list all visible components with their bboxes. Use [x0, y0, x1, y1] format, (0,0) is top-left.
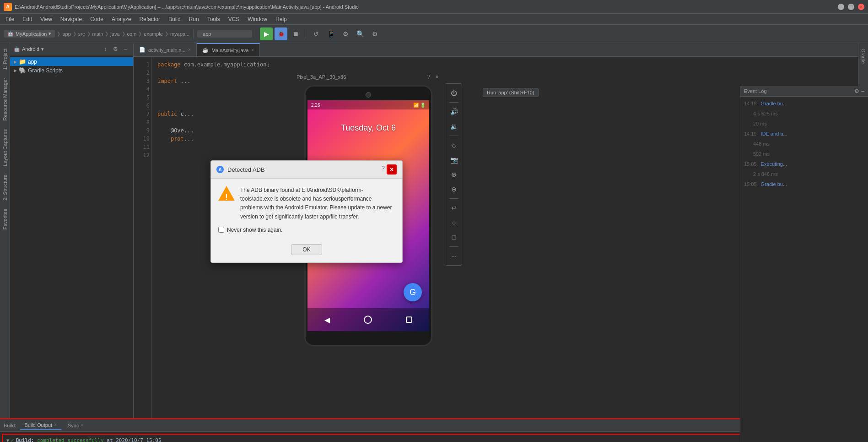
google-assistant-fab[interactable]: G: [404, 283, 422, 301]
sidebar-item-project[interactable]: 1: Project: [1, 45, 9, 73]
maximize-button[interactable]: □: [848, 4, 854, 10]
tab-close-main-activity[interactable]: ×: [251, 48, 254, 53]
sidebar-item-layout-captures[interactable]: Layout Captures: [1, 126, 9, 170]
phone-recent-btn[interactable]: [406, 316, 412, 323]
tab-main-activity[interactable]: ☕ MainActivity.java ×: [197, 43, 260, 56]
run-button[interactable]: ▶: [260, 27, 273, 40]
project-dropdown-icon[interactable]: ▾: [41, 46, 44, 52]
sidebar-item-resource-manager[interactable]: Resource Manager: [1, 74, 9, 125]
bottom-panel: Build: Build Output × Sync × ⚙ – ▼ ✓ Bui…: [0, 418, 868, 442]
phone-status-bar: 2:26 📶 🔋: [307, 100, 429, 109]
volume-up-button[interactable]: 🔊: [448, 106, 459, 117]
phone-back-btn[interactable]: ◀: [324, 316, 330, 324]
project-panel-header: 🤖 Android ▾ ↕ ⚙ –: [10, 43, 133, 55]
menu-build[interactable]: Build: [165, 15, 184, 23]
menu-run[interactable]: Run: [185, 15, 203, 23]
emulator-title: Pixel_3a_API_30_x86: [297, 74, 346, 80]
app-config-selector[interactable]: app: [197, 30, 252, 38]
tree-item-app[interactable]: ▶ 📁 app: [10, 57, 133, 66]
stop-button[interactable]: ⏹: [289, 27, 302, 40]
event-log-item-3: 15:05 Executing...: [742, 159, 866, 169]
rotate-button[interactable]: ◇: [448, 140, 459, 151]
menu-file[interactable]: File: [2, 15, 18, 23]
never-show-checkbox[interactable]: [218, 227, 224, 233]
emulator-more-btn[interactable]: ···: [448, 251, 459, 262]
phone-date: Tuesday, Oct 6: [317, 123, 420, 133]
project-sync-btn[interactable]: ↕: [101, 45, 109, 53]
menu-analyze[interactable]: Analyze: [108, 15, 135, 23]
tab-activity-main[interactable]: 📄 activity_main.x... ×: [134, 43, 197, 56]
close-sync-btn[interactable]: ×: [81, 423, 83, 428]
tree-item-gradle-scripts[interactable]: ▶ 🐘 Gradle Scripts: [10, 66, 133, 75]
screenshot-button[interactable]: 📷: [448, 154, 459, 165]
toolbar: 🤖 MyApplication ▾ ❯ app ❯ src ❯ main ❯ j…: [0, 25, 868, 43]
menu-navigate[interactable]: Navigate: [57, 15, 86, 23]
sync-button[interactable]: ↺: [310, 27, 323, 40]
project-panel: 🤖 Android ▾ ↕ ⚙ – ▶ 📁 app ▶ 🐘 Gradle Scr…: [10, 43, 134, 418]
project-settings-btn[interactable]: ⚙: [111, 45, 119, 53]
event-log-settings[interactable]: ⚙: [854, 88, 859, 94]
project-collapse-btn[interactable]: –: [121, 45, 129, 53]
code-line-3: import ...: [157, 77, 863, 85]
emulator-title-bar: Pixel_3a_API_30_x86 ? ×: [293, 71, 444, 83]
power-button[interactable]: ⏻: [448, 87, 459, 98]
phone-home-btn[interactable]: [364, 316, 372, 324]
build-output-label: Build Output: [25, 422, 53, 428]
close-button[interactable]: ×: [858, 4, 864, 10]
project-view-label: Android: [22, 46, 39, 52]
menu-view[interactable]: View: [37, 15, 56, 23]
dialog-title: Detected ADB: [227, 166, 265, 173]
avd-manager-button[interactable]: 📱: [324, 27, 337, 40]
emulator-back-btn[interactable]: ↩: [448, 202, 459, 213]
dialog-close-button[interactable]: ×: [387, 164, 397, 175]
breadcrumb-sep7: ❯: [165, 31, 168, 36]
breadcrumb-sep5: ❯: [122, 31, 125, 36]
event-log-title: Event Log: [744, 88, 767, 94]
menu-vcs[interactable]: VCS: [225, 15, 243, 23]
sdk-manager-button[interactable]: ⚙: [339, 27, 352, 40]
phone-content: Tuesday, Oct 6: [307, 109, 429, 147]
sidebar-item-structure[interactable]: 2: Structure: [1, 171, 9, 204]
emulator-close-btn[interactable]: ×: [434, 74, 440, 80]
event-log-item-timing-3: 448 ms: [742, 139, 866, 149]
toolbar-separator-1: [193, 29, 194, 38]
xml-file-icon: 📄: [139, 47, 146, 53]
gradle-tab[interactable]: Gradle: [859, 45, 868, 67]
debug-button[interactable]: 🐞: [275, 27, 287, 40]
breadcrumb-java: java: [110, 31, 119, 37]
dialog-help-button[interactable]: ?: [381, 164, 385, 175]
menu-tools[interactable]: Tools: [204, 15, 224, 23]
minimize-button[interactable]: –: [838, 4, 844, 10]
breadcrumb-main: main: [92, 31, 103, 37]
search-everywhere-button[interactable]: 🔍: [354, 27, 367, 40]
phone-time: 2:26: [311, 103, 320, 108]
close-build-output-btn[interactable]: ×: [54, 422, 57, 427]
dialog-ok-button[interactable]: OK: [291, 244, 322, 255]
check-icon-1: ✓: [11, 437, 14, 442]
menu-code[interactable]: Code: [86, 15, 107, 23]
menu-help[interactable]: Help: [272, 15, 291, 23]
emulator-home-btn[interactable]: ○: [448, 217, 459, 228]
tab-close-activity-main[interactable]: ×: [188, 47, 191, 52]
breadcrumb-example: example: [144, 31, 163, 37]
toolbar-separator-3: [306, 29, 306, 38]
menu-edit[interactable]: Edit: [19, 15, 36, 23]
emulator-help-btn[interactable]: ?: [426, 74, 432, 80]
breadcrumb-sep6: ❯: [138, 31, 142, 36]
volume-down-button[interactable]: 🔉: [448, 121, 459, 132]
menu-refactor[interactable]: Refactor: [136, 15, 164, 23]
settings-button[interactable]: ⚙: [368, 27, 381, 40]
emulator-recent-btn[interactable]: □: [448, 232, 459, 243]
tab-build-output[interactable]: Build Output ×: [20, 421, 61, 430]
sidebar-item-favorites[interactable]: Favorites: [1, 205, 9, 233]
zoom-out-button[interactable]: ⊖: [448, 184, 459, 195]
chevron-down-icon: ▾: [49, 31, 51, 37]
build-arrow-1[interactable]: ▼: [6, 437, 9, 442]
dialog-message: The ADB binary found at E:\Android\SDK\p…: [240, 186, 395, 221]
project-selector[interactable]: 🤖 MyApplication ▾: [4, 30, 55, 38]
dialog-body: ! The ADB binary found at E:\Android\SDK…: [211, 179, 402, 240]
zoom-in-button[interactable]: ⊕: [448, 169, 459, 180]
tab-sync[interactable]: Sync ×: [63, 422, 88, 429]
menu-window[interactable]: Window: [244, 15, 271, 23]
event-log-minimize[interactable]: –: [861, 88, 864, 94]
